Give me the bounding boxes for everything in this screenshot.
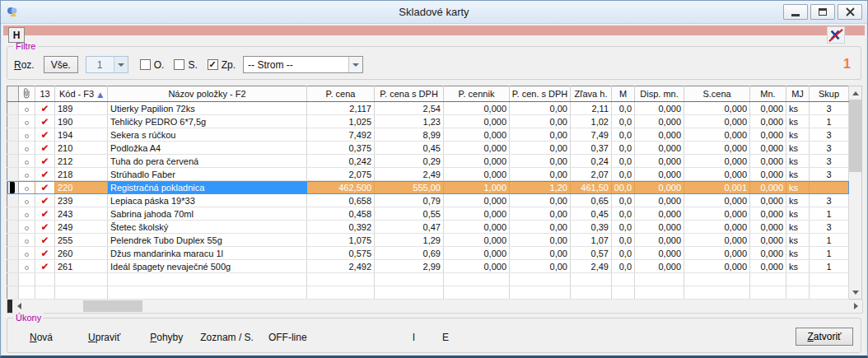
cell-skup[interactable]: 1: [810, 247, 849, 260]
cell-nazov[interactable]: Pelendrek Tubo Duplex 55g: [108, 234, 307, 247]
cell-p-cena[interactable]: 0,458: [307, 207, 375, 221]
cell-mn[interactable]: 0,000: [750, 234, 786, 247]
cell-skup[interactable]: 1: [810, 234, 849, 247]
cell-attachment[interactable]: [19, 194, 35, 207]
row-indicator[interactable]: [7, 207, 19, 221]
cell-p-cennik[interactable]: 0,000: [444, 115, 510, 128]
cell-kod[interactable]: 212: [55, 155, 108, 168]
cell-check[interactable]: ✔: [35, 142, 55, 155]
cell-mn[interactable]: 0,000: [750, 128, 786, 142]
cell-attachment[interactable]: [19, 207, 35, 221]
column-header-p_cena_s_dph[interactable]: P. cena s DPH: [375, 86, 444, 102]
cell-p-cena-s-dph[interactable]: 0,45: [375, 142, 444, 155]
horizontal-scroll-thumb[interactable]: [83, 300, 142, 312]
scroll-right-button[interactable]: [849, 300, 862, 313]
cell-disp-mn[interactable]: 0,000: [635, 128, 684, 142]
roz-link[interactable]: Roz.: [14, 59, 35, 71]
cell-mn[interactable]: 0,000: [750, 207, 786, 221]
cell-kod[interactable]: 190: [55, 115, 108, 128]
cell-kod[interactable]: 255: [55, 234, 108, 247]
row-indicator[interactable]: [7, 221, 19, 234]
table-row[interactable]: ✔249Štetec školský0,3920,470,0000,000,39…: [7, 221, 849, 234]
cell-p-cen-s-dph[interactable]: 0,00: [510, 155, 571, 168]
cell-disp-mn[interactable]: 0,000: [635, 260, 684, 273]
cell-kod[interactable]: 249: [55, 221, 108, 234]
table-row[interactable]: ✔260Džus mandarinka maracu 1l0,5750,690,…: [7, 247, 849, 260]
cell-p-cen-s-dph[interactable]: 0,00: [510, 221, 571, 234]
cell-zlava-h[interactable]: 1,07: [571, 234, 612, 247]
zoznam-button[interactable]: Zoznam / S.: [200, 332, 254, 343]
cell-nazov[interactable]: Sabrina jahoda 70ml: [108, 207, 307, 221]
cell-attachment[interactable]: [19, 221, 35, 234]
cell-zlava-h[interactable]: 2,49: [571, 260, 612, 273]
cell-attachment[interactable]: [19, 247, 35, 260]
cell-m[interactable]: 0,0: [612, 194, 635, 207]
cell-zlava-h[interactable]: 0,65: [571, 194, 612, 207]
table-row[interactable]: ✔190Tehličky PEDRO 6*7,5g1,0251,230,0000…: [7, 115, 849, 128]
checkbox-s-box[interactable]: ✓: [174, 59, 184, 70]
row-indicator[interactable]: [7, 260, 19, 273]
cell-mj[interactable]: ks: [786, 102, 810, 115]
cell-zlava-h[interactable]: 0,57: [571, 247, 612, 260]
scroll-left-button[interactable]: [12, 300, 26, 313]
column-header-p_cena[interactable]: P. cena: [307, 86, 375, 102]
zatvorit-button[interactable]: Zatvoriť: [796, 328, 853, 346]
cell-skup[interactable]: 1: [810, 115, 849, 128]
cell-check[interactable]: ✔: [35, 155, 55, 168]
cell-kod[interactable]: 261: [55, 260, 108, 273]
cell-zlava-h[interactable]: 2,11: [571, 102, 612, 115]
cell-attachment[interactable]: [19, 128, 35, 142]
cell-kod[interactable]: 218: [55, 168, 108, 181]
cell-p-cennik[interactable]: 0,000: [444, 260, 510, 273]
cell-check[interactable]: ✔: [35, 168, 55, 181]
cell-p-cena-s-dph[interactable]: 2,54: [375, 102, 444, 115]
cell-check[interactable]: ✔: [35, 234, 55, 247]
cell-p-cennik[interactable]: 1,000: [444, 181, 510, 194]
cell-check[interactable]: ✔: [35, 260, 55, 273]
cell-check[interactable]: ✔: [35, 102, 55, 115]
cell-kod[interactable]: 189: [55, 102, 108, 115]
cell-kod[interactable]: 243: [55, 207, 108, 221]
cell-s-cena[interactable]: 0,000: [684, 102, 750, 115]
cell-disp-mn[interactable]: 0,000: [635, 102, 684, 115]
row-indicator[interactable]: [7, 234, 19, 247]
cell-skup[interactable]: 3: [810, 168, 849, 181]
column-header-clip[interactable]: [19, 86, 35, 102]
cell-p-cena[interactable]: 0,392: [307, 221, 375, 234]
cell-zlava-h[interactable]: 7,49: [571, 128, 612, 142]
h-button[interactable]: H: [8, 27, 25, 43]
cell-disp-mn[interactable]: 0,000: [635, 194, 684, 207]
column-header-p_cen_s_dph[interactable]: P. cen. s DPH: [510, 86, 571, 102]
cell-attachment[interactable]: [19, 168, 35, 181]
cell-disp-mn[interactable]: 0,000: [635, 142, 684, 155]
table-row[interactable]: ✔212Tuha do pera červená0,2420,290,0000,…: [7, 155, 849, 168]
tree-select[interactable]: -- Strom --: [243, 56, 363, 73]
column-header-chk[interactable]: 13: [35, 86, 55, 102]
cell-mj[interactable]: ks: [786, 115, 810, 128]
cell-p-cennik[interactable]: 0,000: [444, 234, 510, 247]
cell-p-cena[interactable]: 1,075: [307, 234, 375, 247]
cell-p-cena-s-dph[interactable]: 2,49: [375, 168, 444, 181]
cell-s-cena[interactable]: 0,000: [684, 142, 750, 155]
cell-p-cena-s-dph[interactable]: 1,23: [375, 115, 444, 128]
cell-p-cena[interactable]: 2,075: [307, 168, 375, 181]
cell-p-cennik[interactable]: 0,000: [444, 155, 510, 168]
cell-s-cena[interactable]: 0,000: [684, 128, 750, 142]
column-header-kod[interactable]: Kód - F3▲: [55, 86, 108, 102]
cell-nazov[interactable]: Tehličky PEDRO 6*7,5g: [108, 115, 307, 128]
cell-skup[interactable]: 3: [810, 142, 849, 155]
cell-p-cena-s-dph[interactable]: 0,69: [375, 247, 444, 260]
cell-attachment[interactable]: [19, 234, 35, 247]
cell-p-cennik[interactable]: 0,000: [444, 142, 510, 155]
cell-disp-mn[interactable]: 0,000: [635, 234, 684, 247]
column-header-p_cennik[interactable]: P. cennik: [444, 86, 510, 102]
cell-s-cena[interactable]: 0,000: [684, 234, 750, 247]
i-button[interactable]: I: [413, 332, 415, 343]
cell-skup[interactable]: 1: [810, 260, 849, 273]
row-indicator[interactable]: [7, 181, 19, 194]
cell-zlava-h[interactable]: 0,45: [571, 207, 612, 221]
cell-zlava-h[interactable]: 1,02: [571, 115, 612, 128]
cell-kod[interactable]: 239: [55, 194, 108, 207]
checkbox-zp[interactable]: ✓ Zp.: [208, 59, 236, 71]
cell-nazov[interactable]: Podložka A4: [108, 142, 307, 155]
